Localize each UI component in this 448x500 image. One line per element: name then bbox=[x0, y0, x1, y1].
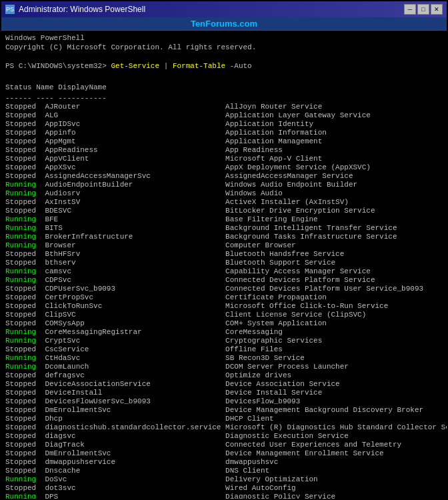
console-header-2: Copyright (C) Microsoft Corporation. All… bbox=[5, 43, 443, 52]
console-header-3 bbox=[5, 52, 443, 61]
table-row: Stopped AppIDSvc Application Identity bbox=[5, 120, 443, 129]
table-row: Running DoSvc Delivery Optimization bbox=[5, 475, 443, 484]
table-row: Stopped diagsvc Diagnostic Execution Ser… bbox=[5, 432, 443, 441]
table-row: Stopped AppReadiness App Readiness bbox=[5, 146, 443, 155]
table-row: Stopped DevicesFlowUserSvc_b9093 Devices… bbox=[5, 397, 443, 406]
table-row: Stopped diagnosticshub.standardcollector… bbox=[5, 423, 443, 432]
table-row: Stopped BDESVC BitLocker Drive Encryptio… bbox=[5, 207, 443, 215]
window-title: Administrator: Windows PowerShell bbox=[19, 5, 145, 14]
table-row: Running Audiosrv Windows Audio bbox=[5, 189, 443, 198]
table-row: Running camsvc Capability Access Manager… bbox=[5, 267, 443, 276]
table-row: Stopped CscService Offline Files bbox=[5, 345, 443, 354]
table-row: Stopped AssignedAccessManagerSvc Assigne… bbox=[5, 172, 443, 181]
table-row: Running CoreMessagingRegistrar CoreMessa… bbox=[5, 328, 443, 337]
table-row: Stopped Dhcp DHCP Client bbox=[5, 415, 443, 423]
table-row: Running Browser Computer Browser bbox=[5, 241, 443, 250]
table-row: Stopped DiagTrack Connected User Experie… bbox=[5, 441, 443, 449]
table-row: Stopped ALG Application Layer Gateway Se… bbox=[5, 111, 443, 120]
table-row: Stopped AppMgmt Application Management bbox=[5, 137, 443, 146]
table-row: Stopped Dnscache DNS Client bbox=[5, 467, 443, 475]
table-row: Stopped DmEnrollmentSvc Device Managemen… bbox=[5, 406, 443, 415]
watermark-text: TenForums.com bbox=[191, 19, 257, 29]
table-row: Stopped defragsvc Optimize drives bbox=[5, 371, 443, 380]
table-row: Stopped DeviceAssociationService Device … bbox=[5, 380, 443, 389]
table-row: Running BITS Background Intelligent Tran… bbox=[5, 224, 443, 233]
window-controls: ─ □ ✕ bbox=[404, 4, 443, 15]
table-header-cols: Status Name DisplayName bbox=[5, 83, 443, 92]
table-row: Stopped ClipSVC Client License Service (… bbox=[5, 311, 443, 319]
table-row: Stopped AJRouter AllJoyn Router Service bbox=[5, 103, 443, 111]
watermark-bar: TenForums.com bbox=[1, 17, 447, 31]
console-cmd: PS C:\WINDOWS\system32> Get-Service | Fo… bbox=[5, 61, 443, 71]
table-row: Running AudioEndpointBuilder Windows Aud… bbox=[5, 181, 443, 189]
table-row: Running DcomLaunch DCOM Server Process L… bbox=[5, 363, 443, 371]
table-row: Stopped ClickToRunSvc Microsoft Office C… bbox=[5, 302, 443, 311]
table-row: Running DPS Diagnostic Policy Service bbox=[5, 493, 443, 499]
table-row: Stopped AppXSvc AppX Deployment Service … bbox=[5, 163, 443, 172]
table-row: Stopped CertPropSvc Certificate Propagat… bbox=[5, 293, 443, 302]
table-row: Running CtHdaSvc SB Recon3D Service bbox=[5, 354, 443, 363]
table-row: Stopped CDPUserSvc_b9093 Connected Devic… bbox=[5, 285, 443, 293]
maximize-button[interactable]: □ bbox=[417, 4, 429, 15]
service-rows: Stopped AJRouter AllJoyn Router ServiceS… bbox=[5, 103, 443, 499]
table-header-sep: ------ ---- ----------- bbox=[5, 93, 443, 103]
title-bar: PS Administrator: Windows PowerShell ─ □… bbox=[1, 1, 447, 17]
table-row: Stopped BthHFSrv Bluetooth Handsfree Ser… bbox=[5, 250, 443, 259]
table-row: Stopped dmwappushservice dmwappushsvc bbox=[5, 458, 443, 467]
table-row: Running CDPSvc Connected Devices Platfor… bbox=[5, 276, 443, 285]
title-bar-left: PS Administrator: Windows PowerShell bbox=[5, 5, 145, 14]
table-header bbox=[5, 72, 443, 81]
table-row: Stopped dot3svc Wired AutoConfig bbox=[5, 484, 443, 493]
console-header-1: Windows PowerShell bbox=[5, 33, 443, 43]
table-row: Stopped DeviceInstall Device Install Ser… bbox=[5, 389, 443, 397]
console-area[interactable]: Windows PowerShell Copyright (C) Microso… bbox=[1, 31, 447, 499]
table-row: Stopped DmEnrollmentSvc Device Managemen… bbox=[5, 449, 443, 458]
table-row: Running BrokerInfrastructure Background … bbox=[5, 233, 443, 241]
table-row: Stopped COMSysApp COM+ System Applicatio… bbox=[5, 319, 443, 328]
table-row: Running CryptSvc Cryptographic Services bbox=[5, 337, 443, 345]
minimize-button[interactable]: ─ bbox=[404, 4, 416, 15]
table-row: Running BFE Base Filtering Engine bbox=[5, 215, 443, 224]
table-row: Stopped bthserv Bluetooth Support Servic… bbox=[5, 259, 443, 267]
table-row: Stopped AxInstSV ActiveX Installer (AxIn… bbox=[5, 198, 443, 207]
window: PS Administrator: Windows PowerShell ─ □… bbox=[0, 0, 448, 500]
close-button[interactable]: ✕ bbox=[431, 4, 443, 15]
table-row: Stopped AppVClient Microsoft App-V Clien… bbox=[5, 155, 443, 163]
table-row: Stopped Appinfo Application Information bbox=[5, 129, 443, 137]
powershell-icon: PS bbox=[5, 5, 15, 14]
